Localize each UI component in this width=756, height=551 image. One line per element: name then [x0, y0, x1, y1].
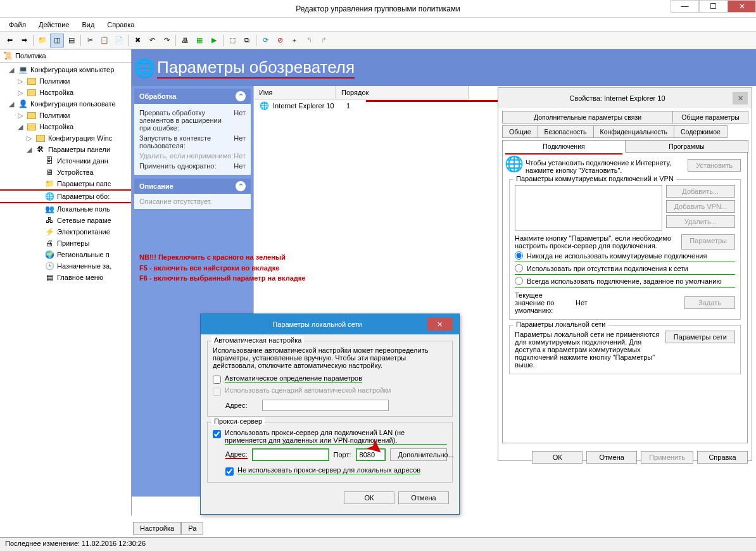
filter-icon[interactable]: ▦: [192, 34, 206, 48]
processing-header[interactable]: Обработка ⌃: [134, 89, 251, 104]
copy-icon[interactable]: 📋: [98, 34, 111, 48]
tree-item[interactable]: ▷Настройка: [0, 87, 131, 98]
tab-privacy[interactable]: Конфиденциальность: [593, 125, 675, 138]
lan-text: Параметры локальной сети не применяются …: [515, 331, 662, 369]
dial-listbox[interactable]: [515, 185, 662, 231]
radio-always[interactable]: Всегда использовать подключение, заданно…: [515, 275, 735, 288]
tree-item[interactable]: 🖨Принтеры: [0, 238, 131, 249]
forward-icon[interactable]: ➡: [17, 34, 31, 48]
t2-icon[interactable]: ⧉: [240, 34, 254, 48]
chevron-up-icon: ⌃: [236, 91, 246, 101]
add-vpn-button[interactable]: Добавить VPN...: [666, 200, 735, 213]
tab-conn-extra[interactable]: Дополнительные параметры связи: [502, 111, 673, 124]
tree-item[interactable]: 🖧Сетевые параме: [0, 215, 131, 226]
tree-item[interactable]: ▷Политики: [0, 75, 131, 87]
col-order[interactable]: Порядок: [336, 86, 469, 99]
redo-icon[interactable]: ↷: [160, 34, 173, 48]
paste-icon[interactable]: 📄: [112, 34, 126, 48]
play-icon[interactable]: ▶: [207, 34, 221, 48]
cb-bypass-local[interactable]: Не использовать прокси-сервер для локаль…: [213, 465, 447, 477]
print-icon[interactable]: 🖶: [178, 34, 192, 48]
back-icon[interactable]: ⬅: [3, 34, 16, 48]
description-text: Описание отсутствует.: [139, 198, 212, 205]
delete-icon[interactable]: ✖: [130, 34, 144, 48]
advanced-button[interactable]: Дополнительно...: [390, 448, 447, 461]
cb-auto-script[interactable]: Использовать сценарий автоматической нас…: [213, 385, 447, 397]
tab-general[interactable]: Общие: [502, 125, 538, 138]
tree-item[interactable]: ◢💻Конфигурация компьютер: [0, 64, 131, 75]
menu-help[interactable]: Справка: [102, 20, 139, 30]
folder-icon: [27, 110, 37, 120]
tree-item[interactable]: 🖥Устройства: [0, 167, 131, 178]
menu-view[interactable]: Вид: [77, 20, 99, 30]
radio-nodial[interactable]: Использовать при отсутствии подключения …: [515, 262, 735, 275]
tree-item[interactable]: ⚡Электропитание: [0, 226, 131, 238]
tree-item[interactable]: ◢🛠Параметры панели: [0, 144, 131, 155]
list-item[interactable]: 🌐 Internet Explorer 10 1: [254, 99, 469, 112]
tree-item[interactable]: ▷Политики: [0, 110, 131, 121]
pane-icon[interactable]: ◫: [50, 34, 64, 48]
tab-connections[interactable]: Подключения: [502, 140, 626, 153]
delete-button[interactable]: Удалить...: [666, 215, 735, 228]
regional-icon: 🌍: [44, 250, 54, 260]
tab-security[interactable]: Безопасность: [538, 125, 594, 138]
close-icon[interactable]: ✕: [733, 92, 748, 104]
plus-icon[interactable]: +: [287, 34, 301, 48]
tree-item[interactable]: ▤Главное меню: [0, 272, 131, 283]
stop-icon[interactable]: ⊘: [273, 34, 287, 48]
cancel-button[interactable]: Отмена: [586, 451, 637, 464]
tree-item[interactable]: 🕒Назначенные за,: [0, 260, 131, 272]
tab-ra[interactable]: Ра: [181, 522, 203, 535]
refresh-icon[interactable]: ⟳: [258, 34, 272, 48]
tree-item[interactable]: ◢👤Конфигурация пользовате: [0, 98, 131, 110]
tree-item[interactable]: 📁Параметры папс: [0, 178, 131, 189]
cut-icon[interactable]: ✂: [83, 34, 97, 48]
t3-icon[interactable]: ↰: [302, 34, 316, 48]
menu-action[interactable]: Действие: [34, 20, 74, 30]
tree-item[interactable]: 🌐Параметры обо:: [0, 189, 131, 203]
proxy-addr-input[interactable]: [253, 449, 329, 460]
minimize-button[interactable]: —: [671, 0, 699, 13]
add-button[interactable]: Добавить...: [666, 185, 735, 198]
tree-item[interactable]: 👥Локальные поль: [0, 203, 131, 215]
props-button[interactable]: Параметры: [681, 234, 735, 250]
dial-note: Нажмите кнопку "Параметры", если необход…: [515, 234, 677, 250]
tree-root-label: Политика: [15, 52, 46, 60]
col-name[interactable]: Имя: [254, 86, 336, 99]
radio-never[interactable]: Никогда не использовать коммутируемые по…: [515, 250, 735, 262]
help-button[interactable]: Справка: [697, 451, 748, 464]
tab-settings[interactable]: Настройка: [133, 522, 181, 535]
apply-button[interactable]: Применить: [641, 451, 693, 464]
description-header[interactable]: Описание ⌃: [134, 179, 251, 194]
cancel-button[interactable]: Отмена: [398, 491, 449, 504]
folder-icon: [27, 122, 37, 132]
proxy-port-input[interactable]: [356, 449, 385, 460]
tree-item[interactable]: ▷Конфигурация Winc: [0, 132, 131, 144]
lan-button[interactable]: Параметры сети: [665, 331, 735, 343]
script-addr-input[interactable]: [262, 400, 389, 411]
tab-common[interactable]: Общие параметры: [672, 111, 748, 124]
tab-programs[interactable]: Программы: [625, 140, 748, 153]
menu-file[interactable]: Файл: [4, 20, 31, 30]
processing-row: Запустить в контексте пользователя:Нет: [139, 133, 246, 151]
cb-auto-detect[interactable]: Автоматическое определение параметров: [213, 373, 447, 385]
maximize-button[interactable]: ☐: [699, 0, 728, 13]
close-icon[interactable]: ✕: [427, 318, 453, 331]
setup-button[interactable]: Установить: [688, 159, 741, 172]
startmenu-icon: ▤: [44, 272, 54, 282]
close-button[interactable]: ✕: [728, 0, 756, 13]
up-icon[interactable]: 📁: [35, 34, 49, 48]
t1-icon[interactable]: ⬚: [225, 34, 239, 48]
tree-item[interactable]: 🗄Источники данн: [0, 155, 131, 167]
t4-icon[interactable]: ↱: [317, 34, 331, 48]
tree-root[interactable]: 📜 Политика: [0, 49, 131, 63]
undo-icon[interactable]: ↶: [145, 34, 159, 48]
tab-content[interactable]: Содержимое: [674, 125, 728, 138]
ok-button[interactable]: ОК: [344, 491, 394, 504]
cb-use-proxy[interactable]: Использовать прокси-сервер для подключен…: [213, 428, 447, 446]
list-icon[interactable]: ▤: [65, 34, 79, 48]
tree-item[interactable]: ◢Настройка: [0, 121, 131, 132]
ok-button[interactable]: ОК: [532, 451, 583, 464]
default-button[interactable]: Задать: [684, 296, 735, 309]
tree-item[interactable]: 🌍Региональные п: [0, 249, 131, 260]
